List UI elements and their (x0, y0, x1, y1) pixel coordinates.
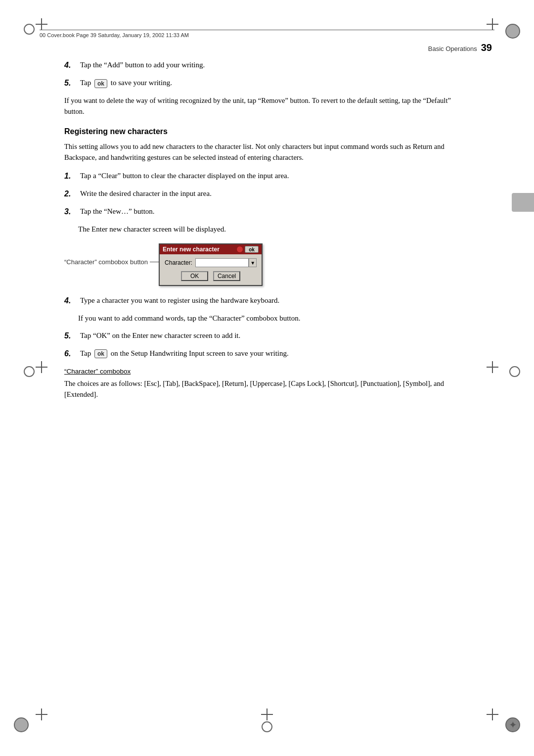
dialog-arrow-line (150, 262, 159, 262)
dialog-field-row: Character: ▼ (165, 258, 257, 267)
section-intro: This setting allows you to add new chara… (64, 141, 470, 163)
dialog-body: Character: ▼ OK Cancel (160, 254, 262, 285)
step-5a: 5. Tap ok to save your writing. (64, 77, 470, 89)
dialog-container: “Character” combobox button Enter new ch… (64, 243, 470, 286)
step-5b: 5. Tap “OK” on the Enter new character s… (64, 330, 470, 342)
bottom-deco-bc (262, 721, 272, 732)
file-info-text: 00 Cover.book Page 39 Saturday, January … (40, 32, 189, 38)
step-3b: 3. Tap the “New…” button. (64, 206, 470, 218)
step-6b: 6. Tap ok on the Setup Handwriting Input… (64, 348, 470, 360)
dialog-field-label: Character: (165, 259, 192, 266)
dialog-title-buttons: ok (236, 246, 259, 253)
step-2b: 2. Write the desired character in the in… (64, 188, 470, 200)
cross-deco-mr (487, 361, 498, 373)
step-text-5b: Tap “OK” on the Enter new character scre… (80, 330, 470, 341)
subsection-text: The choices are as follows: [Esc], [Tab]… (64, 378, 470, 400)
step-text-1b: Tap a “Clear” button to clear the charac… (80, 170, 470, 182)
step-num-6b: 6. (64, 348, 78, 360)
page-number: 39 (481, 42, 492, 53)
step-text-5a: Tap ok to save your writing. (80, 77, 470, 89)
dialog-dropdown-btn[interactable]: ▼ (249, 258, 257, 267)
note-1: If you want to delete the way of writing… (64, 95, 470, 117)
step-4a: 4. Tap the “Add” button to add your writ… (64, 59, 470, 71)
step-num-1b: 1. (64, 170, 78, 182)
step-text-6b: Tap ok on the Setup Handwriting Input sc… (80, 348, 470, 359)
section-heading: Registering new characters (64, 127, 470, 136)
cross-deco-br (487, 709, 498, 720)
mid-deco-mr (509, 366, 520, 377)
corner-deco-br: ✦ (505, 717, 520, 732)
cross-deco-ml (36, 361, 47, 373)
ok-badge-5a: ok (94, 79, 107, 88)
indent-note-2: If you want to add command words, tap th… (78, 313, 470, 324)
dialog-title-text: Enter new character (163, 246, 220, 253)
step-num-2b: 2. (64, 188, 78, 200)
corner-deco-tr (505, 24, 520, 39)
dialog-box: Enter new character ok Character: ▼ OK C… (159, 243, 263, 286)
step-text-4b: Type a character you want to register us… (80, 295, 470, 306)
cross-deco-tl (36, 18, 47, 30)
indent-note-1: The Enter new character screen will be d… (78, 224, 470, 235)
dialog-action-buttons: OK Cancel (165, 271, 257, 281)
corner-deco-tl (24, 24, 35, 35)
step-1b: 1. Tap a “Clear” button to clear the cha… (64, 170, 470, 182)
step-num-5a: 5. (64, 77, 78, 89)
step-6b-prefix: Tap (80, 349, 93, 357)
corner-deco-bl (14, 717, 29, 732)
step-text-4a: Tap the “Add” button to add your writing… (80, 59, 470, 71)
step-4b: 4. Type a character you want to register… (64, 295, 470, 307)
ok-badge-6b: ok (94, 349, 107, 358)
step-num-3b: 3. (64, 206, 78, 218)
cross-deco-tr (487, 18, 498, 30)
mid-deco-ml (24, 366, 35, 377)
dialog-label-text: “Character” combobox button (64, 258, 148, 266)
step-num-4b: 4. (64, 295, 78, 307)
step-5a-prefix: Tap (80, 79, 93, 87)
dialog-ok-button[interactable]: OK (181, 271, 208, 281)
dialog-close-btn[interactable] (236, 246, 243, 253)
section-title-header: Basic Operations (428, 45, 477, 52)
cross-deco-bc (261, 709, 273, 720)
step-6b-suffix: on the Setup Handwriting Input screen to… (109, 349, 289, 357)
step-text-2b: Write the desired character in the input… (80, 188, 470, 199)
step-5a-suffix: to save your writing. (109, 79, 172, 87)
step-text-3b: Tap the “New…” button. (80, 206, 470, 217)
dialog-ok-title-btn[interactable]: ok (245, 246, 259, 253)
dialog-titlebar: Enter new character ok (160, 244, 262, 254)
dialog-character-input[interactable] (195, 258, 249, 267)
step-num-5b: 5. (64, 330, 78, 342)
step-num-4a: 4. (64, 59, 78, 71)
subsection-title: “Character” combobox (64, 368, 470, 375)
dialog-label-container: “Character” combobox button (64, 258, 159, 266)
dialog-cancel-button[interactable]: Cancel (213, 271, 240, 281)
page-header: Basic Operations 39 (428, 42, 492, 53)
file-info-bar: 00 Cover.book Page 39 Saturday, January … (40, 30, 494, 38)
right-tab (512, 193, 534, 212)
main-content: 4. Tap the “Add” button to add your writ… (64, 59, 470, 697)
cross-deco-bl (36, 709, 47, 720)
